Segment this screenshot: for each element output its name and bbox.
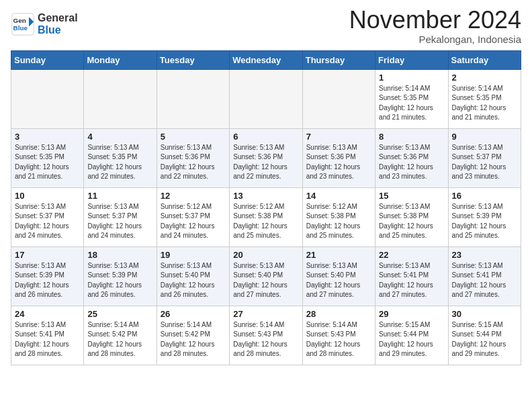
cell-details: Sunrise: 5:13 AM Sunset: 5:39 PM Dayligh… (452, 202, 517, 241)
weekday-header-saturday: Saturday (448, 50, 521, 69)
calendar-cell-0-5: 1Sunrise: 5:14 AM Sunset: 5:35 PM Daylig… (375, 69, 448, 128)
cell-details: Sunrise: 5:14 AM Sunset: 5:35 PM Dayligh… (379, 84, 444, 123)
calendar-cell-3-3: 20Sunrise: 5:13 AM Sunset: 5:40 PM Dayli… (230, 246, 302, 306)
calendar-cell-2-6: 16Sunrise: 5:13 AM Sunset: 5:39 PM Dayli… (448, 187, 521, 246)
calendar-cell-2-5: 15Sunrise: 5:13 AM Sunset: 5:38 PM Dayli… (375, 187, 448, 246)
logo-blue-text: Blue (38, 24, 78, 36)
weekday-header-row: SundayMondayTuesdayWednesdayThursdayFrid… (11, 50, 521, 69)
calendar-row-3: 17Sunrise: 5:13 AM Sunset: 5:39 PM Dayli… (11, 246, 521, 306)
header: Gen Blue General Blue November 2024 Peka… (11, 7, 521, 45)
cell-details: Sunrise: 5:13 AM Sunset: 5:40 PM Dayligh… (233, 261, 298, 300)
location: Pekalongan, Indonesia (349, 34, 521, 45)
calendar-cell-4-4: 28Sunrise: 5:14 AM Sunset: 5:43 PM Dayli… (302, 306, 375, 365)
calendar-cell-4-1: 25Sunrise: 5:14 AM Sunset: 5:42 PM Dayli… (84, 306, 157, 365)
calendar-cell-0-1 (84, 69, 157, 128)
logo-general-text: General (38, 12, 78, 24)
day-number: 10 (15, 191, 80, 201)
cell-details: Sunrise: 5:13 AM Sunset: 5:40 PM Dayligh… (161, 261, 226, 300)
cell-details: Sunrise: 5:13 AM Sunset: 5:39 PM Dayligh… (87, 261, 152, 300)
calendar-cell-3-6: 23Sunrise: 5:13 AM Sunset: 5:41 PM Dayli… (448, 246, 521, 306)
cell-details: Sunrise: 5:15 AM Sunset: 5:44 PM Dayligh… (379, 320, 444, 359)
cell-details: Sunrise: 5:12 AM Sunset: 5:38 PM Dayligh… (306, 202, 371, 241)
cell-details: Sunrise: 5:13 AM Sunset: 5:37 PM Dayligh… (15, 202, 80, 241)
weekday-header-monday: Monday (84, 50, 157, 69)
calendar-cell-4-0: 24Sunrise: 5:13 AM Sunset: 5:41 PM Dayli… (11, 306, 84, 365)
calendar-cell-2-0: 10Sunrise: 5:13 AM Sunset: 5:37 PM Dayli… (11, 187, 84, 246)
calendar-cell-0-4 (302, 69, 375, 128)
day-number: 4 (87, 132, 152, 142)
calendar-cell-2-4: 14Sunrise: 5:12 AM Sunset: 5:38 PM Dayli… (302, 187, 375, 246)
calendar-cell-0-2 (157, 69, 229, 128)
cell-details: Sunrise: 5:14 AM Sunset: 5:43 PM Dayligh… (233, 320, 298, 359)
calendar-cell-2-2: 12Sunrise: 5:12 AM Sunset: 5:37 PM Dayli… (157, 187, 229, 246)
calendar-cell-2-1: 11Sunrise: 5:13 AM Sunset: 5:37 PM Dayli… (84, 187, 157, 246)
svg-text:Gen: Gen (13, 17, 26, 24)
calendar-cell-4-3: 27Sunrise: 5:14 AM Sunset: 5:43 PM Dayli… (230, 306, 302, 365)
calendar-cell-1-5: 8Sunrise: 5:13 AM Sunset: 5:36 PM Daylig… (375, 128, 448, 187)
cell-details: Sunrise: 5:12 AM Sunset: 5:38 PM Dayligh… (233, 202, 298, 241)
calendar-cell-3-4: 21Sunrise: 5:13 AM Sunset: 5:40 PM Dayli… (302, 246, 375, 306)
day-number: 3 (15, 132, 80, 142)
weekday-header-sunday: Sunday (11, 50, 84, 69)
day-number: 22 (379, 250, 444, 260)
calendar-cell-4-2: 26Sunrise: 5:14 AM Sunset: 5:42 PM Dayli… (157, 306, 229, 365)
calendar-row-2: 10Sunrise: 5:13 AM Sunset: 5:37 PM Dayli… (11, 187, 521, 246)
calendar-cell-4-6: 30Sunrise: 5:15 AM Sunset: 5:44 PM Dayli… (448, 306, 521, 365)
month-title: November 2024 (349, 7, 521, 34)
calendar-cell-0-0 (11, 69, 84, 128)
logo-icon: Gen Blue (11, 12, 35, 36)
day-number: 6 (233, 132, 298, 142)
weekday-header-tuesday: Tuesday (157, 50, 229, 69)
day-number: 15 (379, 191, 444, 201)
logo: Gen Blue General Blue (11, 12, 78, 36)
day-number: 5 (161, 132, 226, 142)
calendar-cell-4-5: 29Sunrise: 5:15 AM Sunset: 5:44 PM Dayli… (375, 306, 448, 365)
day-number: 8 (379, 132, 444, 142)
day-number: 28 (306, 309, 371, 319)
calendar-cell-1-0: 3Sunrise: 5:13 AM Sunset: 5:35 PM Daylig… (11, 128, 84, 187)
cell-details: Sunrise: 5:13 AM Sunset: 5:36 PM Dayligh… (233, 143, 298, 182)
day-number: 18 (87, 250, 152, 260)
cell-details: Sunrise: 5:13 AM Sunset: 5:35 PM Dayligh… (87, 143, 152, 182)
day-number: 20 (233, 250, 298, 260)
calendar-cell-3-5: 22Sunrise: 5:13 AM Sunset: 5:41 PM Dayli… (375, 246, 448, 306)
day-number: 25 (87, 309, 152, 319)
cell-details: Sunrise: 5:15 AM Sunset: 5:44 PM Dayligh… (452, 320, 517, 359)
calendar-cell-3-0: 17Sunrise: 5:13 AM Sunset: 5:39 PM Dayli… (11, 246, 84, 306)
day-number: 23 (452, 250, 517, 260)
day-number: 29 (379, 309, 444, 319)
day-number: 19 (161, 250, 226, 260)
cell-details: Sunrise: 5:13 AM Sunset: 5:38 PM Dayligh… (379, 202, 444, 241)
cell-details: Sunrise: 5:14 AM Sunset: 5:43 PM Dayligh… (306, 320, 371, 359)
cell-details: Sunrise: 5:13 AM Sunset: 5:40 PM Dayligh… (306, 261, 371, 300)
calendar-cell-1-3: 6Sunrise: 5:13 AM Sunset: 5:36 PM Daylig… (230, 128, 302, 187)
cell-details: Sunrise: 5:14 AM Sunset: 5:35 PM Dayligh… (452, 84, 517, 123)
calendar-cell-2-3: 13Sunrise: 5:12 AM Sunset: 5:38 PM Dayli… (230, 187, 302, 246)
calendar-row-4: 24Sunrise: 5:13 AM Sunset: 5:41 PM Dayli… (11, 306, 521, 365)
cell-details: Sunrise: 5:13 AM Sunset: 5:41 PM Dayligh… (379, 261, 444, 300)
cell-details: Sunrise: 5:13 AM Sunset: 5:41 PM Dayligh… (15, 320, 80, 359)
cell-details: Sunrise: 5:14 AM Sunset: 5:42 PM Dayligh… (161, 320, 226, 359)
weekday-header-friday: Friday (375, 50, 448, 69)
day-number: 26 (161, 309, 226, 319)
calendar: SundayMondayTuesdayWednesdayThursdayFrid… (11, 50, 521, 365)
calendar-cell-3-2: 19Sunrise: 5:13 AM Sunset: 5:40 PM Dayli… (157, 246, 229, 306)
calendar-cell-0-3 (230, 69, 302, 128)
cell-details: Sunrise: 5:14 AM Sunset: 5:42 PM Dayligh… (87, 320, 152, 359)
calendar-cell-0-6: 2Sunrise: 5:14 AM Sunset: 5:35 PM Daylig… (448, 69, 521, 128)
day-number: 27 (233, 309, 298, 319)
day-number: 21 (306, 250, 371, 260)
calendar-cell-1-4: 7Sunrise: 5:13 AM Sunset: 5:36 PM Daylig… (302, 128, 375, 187)
day-number: 24 (15, 309, 80, 319)
day-number: 16 (452, 191, 517, 201)
calendar-cell-1-2: 5Sunrise: 5:13 AM Sunset: 5:36 PM Daylig… (157, 128, 229, 187)
weekday-header-wednesday: Wednesday (230, 50, 302, 69)
calendar-row-0: 1Sunrise: 5:14 AM Sunset: 5:35 PM Daylig… (11, 69, 521, 128)
cell-details: Sunrise: 5:13 AM Sunset: 5:39 PM Dayligh… (15, 261, 80, 300)
day-number: 12 (161, 191, 226, 201)
day-number: 2 (452, 73, 517, 83)
calendar-cell-1-1: 4Sunrise: 5:13 AM Sunset: 5:35 PM Daylig… (84, 128, 157, 187)
cell-details: Sunrise: 5:13 AM Sunset: 5:36 PM Dayligh… (306, 143, 371, 182)
day-number: 9 (452, 132, 517, 142)
cell-details: Sunrise: 5:13 AM Sunset: 5:36 PM Dayligh… (161, 143, 226, 182)
